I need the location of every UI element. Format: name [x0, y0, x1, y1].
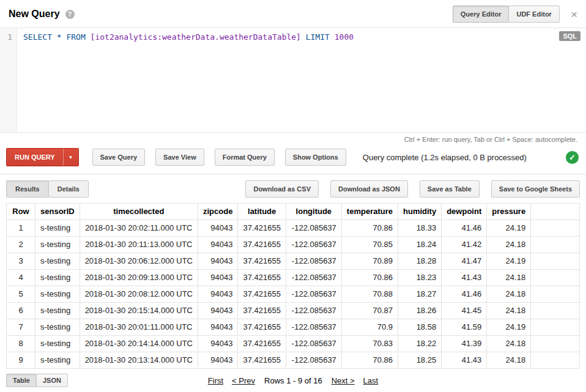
- table-cell: 41.46: [442, 220, 487, 237]
- run-query-dropdown-icon[interactable]: ▼: [63, 149, 78, 166]
- table-cell: s-testing: [35, 319, 80, 336]
- download-as-json-button[interactable]: Download as JSON: [330, 180, 408, 198]
- table-cell-blank: [531, 237, 580, 253]
- table-cell: 6: [7, 303, 35, 319]
- pagination-first-link[interactable]: First: [208, 376, 223, 385]
- table-cell: 37.421655: [238, 336, 286, 352]
- table-cell: 18.23: [398, 270, 442, 286]
- table-cell: 7: [7, 319, 35, 336]
- table-cell: s-testing: [35, 286, 80, 303]
- table-cell: 41.39: [442, 336, 487, 352]
- table-cell: 18.58: [398, 319, 442, 336]
- table-cell: 70.83: [341, 336, 398, 352]
- table-cell: 18.33: [398, 220, 442, 237]
- table-cell: 2: [7, 237, 35, 253]
- table-cell: -122.085637: [286, 336, 341, 352]
- table-cell: 37.421655: [238, 220, 286, 237]
- column-header-temperature: temperature: [341, 204, 398, 220]
- table-cell: 94043: [198, 303, 238, 319]
- table-cell-blank: [531, 336, 580, 352]
- table-cell: s-testing: [35, 253, 80, 270]
- save-as-table-button[interactable]: Save as Table: [420, 180, 480, 198]
- line-number: 1: [0, 28, 17, 132]
- run-query-label: RUN QUERY: [7, 149, 63, 166]
- table-cell: 94043: [198, 319, 238, 336]
- save-query-button[interactable]: Save Query: [92, 149, 146, 166]
- query-editor[interactable]: 1 SELECT * FROM [iot2analytics:weatherDa…: [0, 28, 586, 133]
- table-cell: 24.18: [487, 336, 531, 352]
- table-cell: 94043: [198, 237, 238, 253]
- table-cell: s-testing: [35, 352, 80, 369]
- table-cell: 2018-01-30 20:15:14.000 UTC: [80, 303, 198, 319]
- download-as-csv-button[interactable]: Download as CSV: [245, 180, 319, 198]
- table-cell: 18.22: [398, 336, 442, 352]
- table-cell: 41.45: [442, 303, 487, 319]
- table-cell: 1: [7, 220, 35, 237]
- table-cell: 37.421655: [238, 352, 286, 369]
- table-cell: 37.421655: [238, 319, 286, 336]
- results-table-body: 1s-testing2018-01-30 20:02:11.000 UTC940…: [7, 220, 580, 369]
- table-cell: 18.27: [398, 286, 442, 303]
- results-table: RowsensorIDtimecollectedzipcodelatitudel…: [6, 203, 580, 369]
- table-cell: 24.18: [487, 237, 531, 253]
- table-cell-blank: [531, 270, 580, 286]
- table-row: 3s-testing2018-01-30 20:06:12.000 UTC940…: [7, 253, 580, 270]
- tab-details[interactable]: Details: [48, 180, 89, 198]
- pagination-next-link[interactable]: Next >: [332, 376, 355, 385]
- table-cell: 94043: [198, 286, 238, 303]
- save-view-button[interactable]: Save View: [155, 149, 204, 166]
- pagination-last-link[interactable]: Last: [363, 376, 379, 385]
- sql-keyword-limit: LIMIT: [301, 32, 335, 42]
- bigquery-query-window: New Query ? Query Editor UDF Editor × 1 …: [0, 0, 586, 392]
- table-cell: 2018-01-30 20:09:13.000 UTC: [80, 270, 198, 286]
- table-cell: 18.24: [398, 237, 442, 253]
- pagination-prev-link[interactable]: < Prev: [232, 376, 255, 385]
- format-query-button[interactable]: Format Query: [215, 149, 275, 166]
- query-editor-button[interactable]: Query Editor: [453, 6, 510, 23]
- table-cell: -122.085637: [286, 286, 341, 303]
- table-cell: s-testing: [35, 237, 80, 253]
- table-view-button[interactable]: Table: [6, 374, 37, 387]
- table-cell: 94043: [198, 352, 238, 369]
- table-cell: 24.18: [487, 286, 531, 303]
- table-cell: 37.421655: [238, 303, 286, 319]
- results-actions: Download as CSVDownload as JSONSave as T…: [234, 180, 580, 198]
- table-cell: -122.085637: [286, 319, 341, 336]
- table-cell-blank: [531, 220, 580, 237]
- table-cell: 37.421655: [238, 253, 286, 270]
- table-cell: 94043: [198, 336, 238, 352]
- table-cell: s-testing: [35, 303, 80, 319]
- udf-editor-button[interactable]: UDF Editor: [508, 6, 559, 23]
- top-header: New Query ? Query Editor UDF Editor ×: [0, 0, 586, 28]
- table-cell: 2018-01-30 20:02:11.000 UTC: [80, 220, 198, 237]
- table-cell-blank: [531, 303, 580, 319]
- table-row: 7s-testing2018-01-30 20:01:11.000 UTC940…: [7, 319, 580, 336]
- table-cell: 9: [7, 352, 35, 369]
- table-cell: 8: [7, 336, 35, 352]
- table-cell: 37.421655: [238, 286, 286, 303]
- tab-results[interactable]: Results: [6, 180, 49, 198]
- show-options-button[interactable]: Show Options: [285, 149, 346, 166]
- table-cell: 70.88: [341, 286, 398, 303]
- help-icon[interactable]: ?: [65, 10, 75, 19]
- run-query-button[interactable]: RUN QUERY ▼: [6, 148, 79, 166]
- json-view-button[interactable]: JSON: [36, 374, 68, 387]
- sql-query-text[interactable]: SELECT * FROM [iot2analytics:weatherData…: [17, 28, 360, 132]
- pagination-info: Rows 1 - 9 of 16: [264, 376, 322, 385]
- table-cell: 94043: [198, 270, 238, 286]
- table-cell: 24.19: [487, 220, 531, 237]
- table-cell: 94043: [198, 253, 238, 270]
- table-cell-blank: [531, 319, 580, 336]
- table-cell: 18.28: [398, 253, 442, 270]
- pagination: First < Prev Rows 1 - 9 of 16 Next > Las…: [204, 376, 382, 385]
- table-cell-blank: [531, 352, 580, 369]
- table-cell: 3: [7, 253, 35, 270]
- table-cell: 2018-01-30 20:01:11.000 UTC: [80, 319, 198, 336]
- table-row: 2s-testing2018-01-30 20:11:13.000 UTC940…: [7, 237, 580, 253]
- save-to-google-sheets-button[interactable]: Save to Google Sheets: [491, 180, 580, 198]
- table-cell: 2018-01-30 20:13:14.000 UTC: [80, 352, 198, 369]
- table-cell: 70.86: [341, 352, 398, 369]
- close-icon[interactable]: ×: [569, 9, 579, 20]
- table-cell: 2018-01-30 20:11:13.000 UTC: [80, 237, 198, 253]
- footer: Table JSON First < Prev Rows 1 - 9 of 16…: [0, 369, 586, 392]
